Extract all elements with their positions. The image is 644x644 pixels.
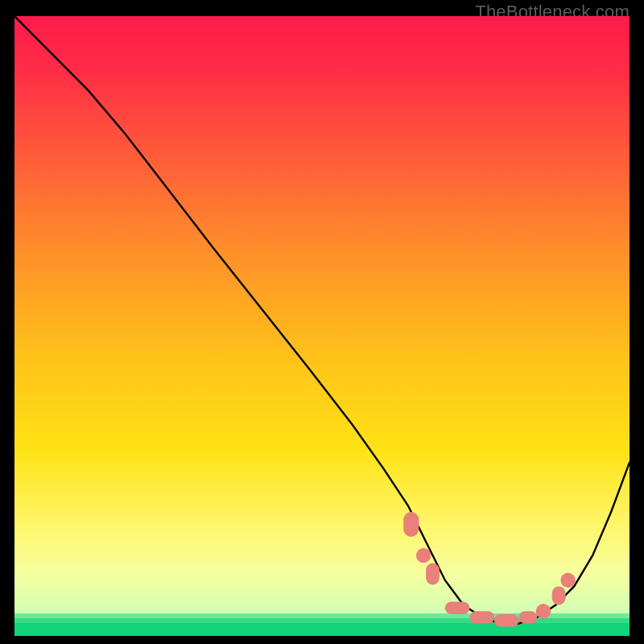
marker-pill [519, 611, 538, 623]
marker-pill [494, 614, 519, 626]
marker-pill [403, 512, 419, 537]
marker-pill [445, 602, 470, 614]
marker-dot [536, 604, 551, 618]
marker-pill [469, 611, 494, 623]
bottleneck-chart [14, 16, 630, 636]
marker-pill [426, 564, 440, 585]
chart-frame: TheBottleneck.com [14, 16, 630, 636]
marker-dot [416, 548, 431, 563]
svg-rect-2 [14, 623, 630, 636]
marker-pill [552, 586, 566, 605]
svg-rect-1 [14, 618, 630, 623]
marker-dot [560, 573, 575, 588]
chart-background-gradient [14, 16, 630, 636]
